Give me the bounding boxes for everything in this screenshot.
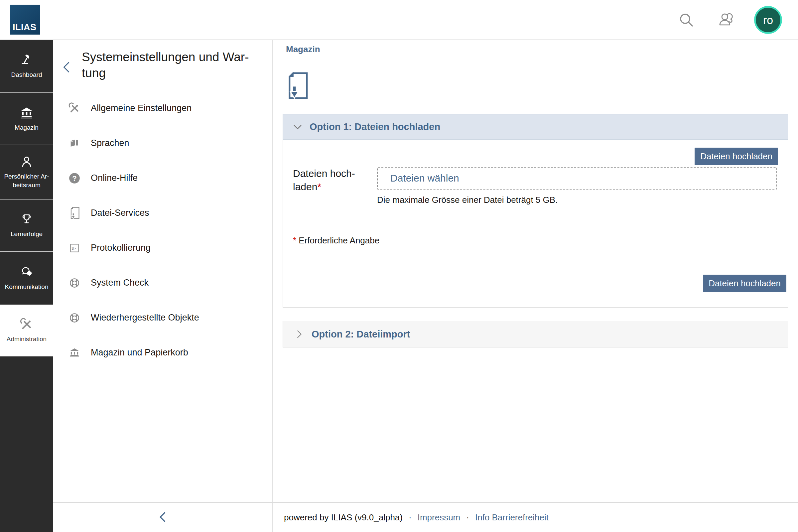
menu-item-online-hilfe[interactable]: ? Online-Hilfe: [53, 160, 272, 195]
option2-header[interactable]: Option 2: Dateiimport: [283, 321, 788, 347]
sidebar-item-label: Magazin: [13, 124, 40, 132]
users-icon: [717, 24, 736, 29]
chevron-down-icon: [293, 122, 302, 132]
sidebar-item-persoenlicher-arbeitsraum[interactable]: Persönlicher Ar-beitsraum: [0, 145, 53, 200]
required-note: * Erforderliche Angabe: [293, 235, 379, 246]
ilias-logo[interactable]: ILIAS: [10, 5, 40, 35]
main-content: Magazin Option 1: Dateien hochladen Date…: [273, 40, 798, 502]
footer-content: powered by ILIAS (v9.0_alpha) · Impressu…: [273, 503, 798, 532]
ilias-app: ILIAS ro: [0, 0, 798, 532]
settings-menu-list: Allgemeine Einstellungen Sprachen ?: [53, 91, 272, 370]
sidebar-item-label: Dashboard: [10, 71, 43, 79]
lifebuoy-icon: [68, 311, 81, 324]
menu-item-label: Magazin und Papierkorb: [91, 347, 188, 358]
file-dropzone[interactable]: Dateien wählen: [377, 167, 777, 190]
menu-item-datei-services[interactable]: Datei-Services: [53, 195, 272, 230]
footer-separator: ·: [408, 512, 412, 523]
upload-button-top[interactable]: Dateien hochladen: [695, 148, 778, 165]
lamp-icon: [20, 53, 34, 67]
tools-icon: [20, 318, 34, 331]
chevron-left-icon: [61, 70, 73, 75]
menu-item-system-check[interactable]: System Check: [53, 265, 272, 300]
menu-item-sprachen[interactable]: Sprachen: [53, 126, 272, 160]
breadcrumb-bar: Magazin: [273, 40, 798, 59]
panel-title-row: Systemeinstellungen und War-tung: [53, 40, 272, 94]
footer-separator: ·: [466, 512, 469, 523]
top-header: ILIAS ro: [0, 0, 798, 40]
upload-field-label: Dateien hoch- laden*: [293, 167, 355, 193]
collapse-panel-button[interactable]: [156, 510, 170, 525]
sidebar-item-administration[interactable]: Administration: [0, 305, 53, 357]
person-icon: [20, 155, 34, 169]
lifebuoy-icon: [68, 277, 81, 289]
option1-title: Option 1: Dateien hochladen: [309, 121, 440, 132]
option2-title: Option 2: Dateiimport: [311, 329, 410, 340]
search-icon: [678, 24, 694, 29]
option1-header[interactable]: Option 1: Dateien hochladen: [283, 114, 788, 140]
trophy-icon: [20, 212, 34, 226]
impressum-link[interactable]: Impressum: [418, 512, 460, 523]
page-footer: powered by ILIAS (v9.0_alpha) · Impressu…: [53, 502, 798, 532]
chevron-right-icon: [294, 329, 304, 339]
book-icon: [68, 137, 81, 150]
settings-menu-panel: Systemeinstellungen und War-tung Allgeme…: [53, 40, 273, 502]
help-icon: ?: [68, 172, 81, 185]
sidebar-item-kommunikation[interactable]: Kommunikation: [0, 252, 53, 305]
logo-text: ILIAS: [13, 22, 37, 33]
menu-item-label: System Check: [91, 278, 149, 288]
menu-item-label: Wiederhergestellte Objekte: [91, 312, 199, 323]
tools-icon: [68, 102, 81, 115]
bank-icon: [20, 106, 34, 120]
max-size-helper: Die maximale Grösse einer Datei beträgt …: [377, 195, 557, 205]
sidebar-item-lernerfolge[interactable]: Lernerfolge: [0, 200, 53, 252]
search-button[interactable]: [678, 12, 694, 28]
sidebar-item-label: Administration: [5, 335, 48, 343]
sidebar-item-dashboard[interactable]: Dashboard: [0, 40, 53, 93]
online-users-button[interactable]: [717, 11, 736, 28]
sidebar-item-label: Persönlicher Ar-beitsraum: [3, 172, 50, 189]
panel-title: Systemeinstellungen und War-tung: [82, 49, 249, 81]
barrierefreiheit-link[interactable]: Info Barrierefreiheit: [475, 512, 549, 523]
back-button[interactable]: [61, 60, 73, 74]
menu-item-label: Allgemeine Einstellungen: [91, 103, 191, 113]
chat-icon: [20, 265, 34, 279]
svg-text:$>: $>: [72, 246, 76, 250]
menu-item-allgemeine-einstellungen[interactable]: Allgemeine Einstellungen: [53, 91, 272, 126]
bank-icon: [68, 346, 81, 359]
option1-body: Dateien hochladen Dateien hoch- laden* D…: [283, 140, 788, 307]
menu-item-magazin-und-papierkorb[interactable]: Magazin und Papierkorb: [53, 335, 272, 370]
menu-item-label: Protokollierung: [91, 243, 151, 253]
upload-button-bottom[interactable]: Dateien hochladen: [703, 274, 786, 292]
avatar-initials: ro: [763, 14, 773, 25]
main-sidebar: Dashboard Magazin Persönlicher Ar-beitsr…: [0, 40, 53, 532]
menu-item-label: Datei-Services: [91, 208, 149, 218]
panel-footer: [53, 503, 273, 532]
menu-item-wiederhergestellte-objekte[interactable]: Wiederhergestellte Objekte: [53, 300, 272, 335]
avatar[interactable]: ro: [754, 6, 782, 34]
sidebar-item-magazin[interactable]: Magazin: [0, 93, 53, 145]
menu-item-label: Online-Hilfe: [91, 173, 138, 183]
powered-by-text: powered by ILIAS (v9.0_alpha): [284, 512, 403, 523]
option1-panel: Option 1: Dateien hochladen Dateien hoch…: [283, 114, 788, 307]
svg-text:?: ?: [72, 174, 77, 182]
file-download-icon: [286, 72, 308, 100]
terminal-icon: $>: [68, 242, 81, 254]
sidebar-item-label: Lernerfolge: [9, 230, 44, 239]
breadcrumb[interactable]: Magazin: [286, 44, 320, 55]
menu-item-protokollierung[interactable]: $> Protokollierung: [53, 230, 272, 265]
sidebar-item-label: Kommunikation: [4, 283, 50, 291]
chevron-left-icon: [158, 520, 168, 525]
dropzone-label: Dateien wählen: [391, 173, 459, 184]
sidebar-filler: [0, 357, 53, 532]
menu-item-label: Sprachen: [91, 138, 129, 148]
file-download-icon: [68, 207, 81, 220]
